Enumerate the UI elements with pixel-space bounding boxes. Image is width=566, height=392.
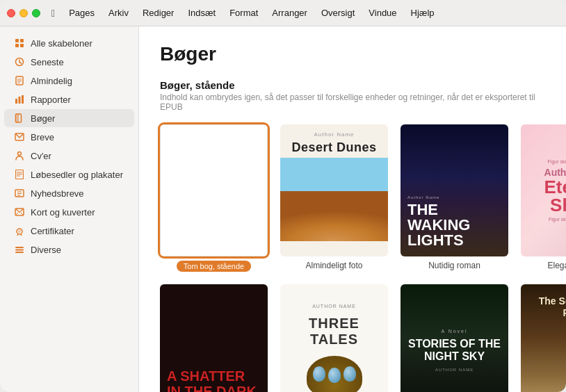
template-thumb-desert: Author Name Desert Dunes [280,124,388,256]
menu-hjaelp[interactable]: Hjælp [404,5,442,21]
desert-image [280,158,388,241]
sidebar-item-breve[interactable]: Breve [4,128,134,146]
menu-rediger[interactable]: Rediger [136,5,181,21]
cover-three: AUTHOR NAME THREE TALES [280,284,388,392]
menu-format[interactable]: Format [223,5,265,21]
maximize-button[interactable] [32,9,40,17]
waking-author: Author Name [407,195,439,199]
grid-icon [14,38,25,49]
cover-desert: Author Name Desert Dunes [280,124,388,256]
template-item-shatter[interactable]: A SHATTER IN THE DARK AUTHOR NAME Innova… [160,284,268,392]
sidebar-item-diverse[interactable]: Diverse [4,240,134,259]
menu-oversigt[interactable]: Oversigt [314,5,362,21]
book-icon [14,113,25,124]
svg-rect-1 [20,39,24,42]
envelope-icon [14,131,25,142]
cover-seasons: The Seasons of Paris Author Name [521,284,566,392]
template-label-blank: Tom bog, stående [177,261,251,272]
template-item-eternal[interactable]: Figur skri tvold s heading Author Name E… [521,124,566,272]
egg-2 [328,368,341,383]
sidebar-item-seneste[interactable]: Seneste [4,53,134,71]
sidebar-label-almindelig: Almindelig [31,76,72,86]
sidebar: Alle skabeloner Seneste [0,26,139,392]
sidebar-label-boeger: Bøger [31,113,55,124]
menu-pages[interactable]: Pages [62,5,102,21]
traffic-lights [7,9,40,17]
menu-arkiv[interactable]: Arkiv [102,5,136,21]
template-item-seasons[interactable]: The Seasons of Paris Author Name Traditi… [521,284,566,392]
svg-point-18 [18,152,22,156]
shatter-title: A SHATTER IN THE DARK [167,368,261,392]
eternal-tagline: Figur skri tvold s heading [548,159,566,164]
template-thumb-shatter: A SHATTER IN THE DARK AUTHOR NAME [160,284,268,392]
template-thumb-waking: Author Name THE WAKING LIGHTS [401,124,508,256]
sidebar-item-loebe[interactable]: Løbesedler og plakater [4,165,134,183]
sidebar-item-certifikater[interactable]: Certifikater [4,222,134,240]
template-label-waking: Nutidig roman [428,261,480,270]
menubar:  Pages Arkiv Rediger Indsæt Format Arra… [0,0,566,26]
svg-line-32 [17,234,18,236]
minimize-button[interactable] [19,9,28,17]
person-icon [14,150,25,161]
egg-3 [343,366,356,382]
svg-rect-2 [15,44,19,47]
sidebar-label-breve: Breve [31,132,54,142]
cover-shatter: A SHATTER IN THE DARK AUTHOR NAME [160,284,268,392]
sidebar-label-rapporter: Rapporter [31,95,71,105]
template-thumb-seasons: The Seasons of Paris Author Name [521,284,566,392]
three-author: AUTHOR NAME [312,304,356,309]
svg-rect-12 [19,97,21,104]
cover-stories: A Novel STORIES OF THE NIGHT SKY AUTHOR … [401,284,508,392]
menu-indsaet[interactable]: Indsæt [181,5,223,21]
eternal-subtitle: Figur skri tvold s subtitle [549,217,566,222]
svg-rect-13 [22,95,24,104]
content-area: Alle skabeloner Seneste [0,26,566,392]
sidebar-item-alle[interactable]: Alle skabeloner [4,34,134,52]
apple-logo-icon:  [51,8,55,19]
poster-icon [14,169,25,180]
sidebar-label-cver: Cv'er [31,151,51,161]
template-item-desert[interactable]: Author Name Desert Dunes Almindeligt fot… [280,124,388,272]
sidebar-label-nyhedsbreve: Nyhedsbreve [31,188,84,199]
waking-title: THE WAKING LIGHTS [407,202,501,248]
sidebar-item-nyhedsbreve[interactable]: Nyhedsbreve [4,184,134,202]
sidebar-label-loebe: Løbesedler og plakater [31,170,123,180]
sidebar-label-seneste: Seneste [31,57,64,67]
svg-line-6 [19,63,22,64]
app-window:  Pages Arkiv Rediger Indsæt Format Arra… [0,0,566,392]
template-thumb-blank [160,124,268,256]
eternal-title: Eternal Shine [528,178,566,214]
close-button[interactable] [7,9,15,17]
sidebar-item-almindelig[interactable]: Almindelig [4,72,134,90]
menu-arranger[interactable]: Arranger [265,5,314,21]
svg-line-33 [21,234,22,236]
chart-icon [14,94,25,105]
sidebar-item-rapporter[interactable]: Rapporter [4,90,134,108]
template-item-three[interactable]: AUTHOR NAME THREE TALES Enkel roman [280,284,388,392]
desert-author: Author Name [314,124,354,138]
three-title: THREE TALES [287,316,381,348]
sidebar-item-cver[interactable]: Cv'er [4,147,134,165]
desert-title: Desert Dunes [286,138,382,158]
cover-blank [160,124,268,256]
template-item-stories[interactable]: A Novel STORIES OF THE NIGHT SKY AUTHOR … [401,284,508,392]
sidebar-item-boeger[interactable]: Bøger [4,109,134,127]
seasons-title: The Seasons of Paris [528,295,566,319]
template-item-waking[interactable]: Author Name THE WAKING LIGHTS Nutidig ro… [401,124,508,272]
template-thumb-eternal: Figur skri tvold s heading Author Name E… [521,124,566,256]
menu-vindue[interactable]: Vindue [362,5,403,21]
sidebar-item-kort[interactable]: Kort og kuverter [4,203,134,221]
svg-rect-34 [15,247,24,248]
newspaper-icon [14,188,25,199]
svg-rect-11 [15,99,17,104]
section-header: Bøger, stående Indhold kan ombrydes igen… [160,79,545,112]
clock-icon [14,56,25,67]
sidebar-label-alle: Alle skabeloner [31,38,92,49]
template-grid: Tom bog, stående Author Name Desert Dune… [160,124,545,392]
certificate-icon [14,225,25,236]
svg-rect-36 [15,252,24,253]
cover-eternal: Figur skri tvold s heading Author Name E… [521,124,566,256]
svg-rect-16 [16,114,18,122]
egg-1 [313,366,325,382]
template-item-blank[interactable]: Tom bog, stående [160,124,268,272]
